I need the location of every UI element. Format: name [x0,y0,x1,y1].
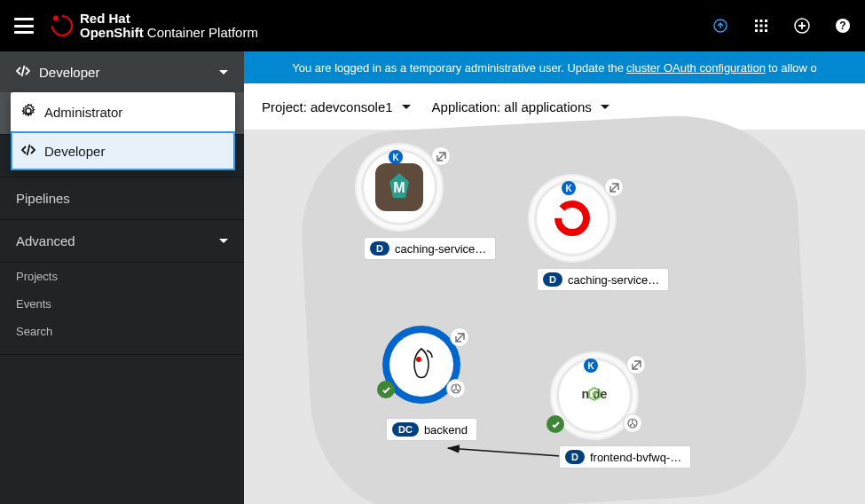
svg-rect-6 [765,25,767,28]
svg-point-18 [455,385,457,387]
deployment-badge: D [543,272,562,287]
svg-point-16 [416,357,421,362]
sidebar: Developer Administrator Developer Topolo… [0,51,244,504]
open-url-icon[interactable] [450,327,469,347]
perspective-option-admin[interactable]: Administrator [11,92,235,131]
node-label: DC backend [386,418,477,441]
nav-search[interactable]: Search [0,318,244,345]
nav-projects[interactable]: Projects [0,263,244,290]
deploymentconfig-badge: DC [392,422,419,437]
svg-point-15 [558,204,586,232]
svg-rect-1 [755,20,758,22]
hamburger-menu[interactable] [14,18,34,34]
chevron-down-icon [601,105,609,109]
openshift-icon [548,194,596,242]
nav-events[interactable]: Events [0,290,244,318]
topology-node[interactable]: DC backend [386,329,477,441]
node-label: D caching-service… [537,268,669,291]
svg-rect-2 [760,20,763,22]
svg-text:M: M [393,180,405,195]
svg-rect-3 [765,20,767,22]
git-icon[interactable] [623,413,642,433]
svg-rect-5 [760,25,763,28]
nav-advanced[interactable]: Advanced [0,220,244,263]
knative-badge: K [584,358,598,373]
perspective-admin-label: Administrator [44,105,122,120]
topology-canvas[interactable]: K M D caching-service… K [244,130,865,504]
brand-line1: Red Hat [80,12,258,27]
open-url-icon[interactable] [604,177,624,197]
help-icon[interactable]: ? [835,18,851,34]
code-icon [21,143,35,160]
node-label: D caching-service… [364,237,496,260]
perspective-dropdown: Administrator Developer [11,92,235,170]
global-header: Red Hat OpenShift Container Platform ? [0,0,865,51]
chevron-down-icon [219,239,228,243]
deployment-badge: D [565,450,585,464]
mongodb-icon: M [375,163,423,211]
redhat-icon [47,11,77,41]
knative-badge: K [562,181,576,195]
svg-rect-8 [760,29,763,32]
application-selector[interactable]: Application: all applications [432,99,609,114]
topology-node[interactable]: K M D caching-service… [364,152,496,260]
open-url-icon[interactable] [431,146,451,166]
chevron-down-icon [219,70,228,75]
brand-platform: Container Platform [144,25,258,40]
brand-logo[interactable]: Red Hat OpenShift Container Platform [51,12,258,41]
svg-rect-7 [755,29,758,32]
java-icon [397,341,445,389]
brand-openshift: OpenShift [80,25,144,40]
main-content: You are logged in as a temporary adminis… [244,51,865,504]
knative-badge: K [389,150,403,164]
cloud-upload-icon[interactable] [712,18,728,34]
topology-node[interactable]: K n de D frontend-bvfwq-… [559,360,691,469]
project-selector[interactable]: Project: adevconsole1 [262,99,411,114]
info-banner: You are logged in as a temporary adminis… [244,51,865,83]
svg-text:?: ? [839,20,845,32]
topology-node[interactable]: K D caching-service… [537,183,669,291]
chevron-down-icon [402,105,411,109]
svg-rect-9 [765,29,767,32]
node-label: D frontend-bvfwq-… [559,445,691,469]
perspective-switcher[interactable]: Developer [0,51,244,92]
nav-pipelines[interactable]: Pipelines [0,177,244,220]
nodejs-icon: n de [570,372,618,420]
build-success-icon [547,415,564,433]
code-icon [16,64,30,81]
perspective-dev-label: Developer [44,144,105,159]
add-icon[interactable] [794,18,810,34]
apps-grid-icon[interactable] [753,18,769,34]
svg-rect-4 [755,25,758,28]
svg-point-24 [632,420,633,421]
cluster-oauth-link[interactable]: cluster OAuth configuration [626,61,766,75]
gear-icon [21,104,35,121]
open-url-icon[interactable] [626,355,646,374]
perspective-current: Developer [39,65,99,80]
build-success-icon [377,381,395,398]
svg-point-22 [593,392,597,397]
git-icon[interactable] [446,379,466,398]
deployment-badge: D [370,241,389,256]
perspective-option-dev[interactable]: Developer [11,131,235,170]
